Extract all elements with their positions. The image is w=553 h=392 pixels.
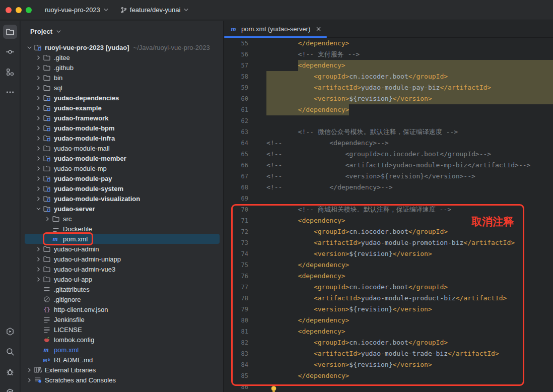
tree-item-yudao-module-bpm[interactable]: yudao-module-bpm (25, 123, 220, 133)
code-line-63[interactable]: 63<!-- 微信公众号模块。默认注释，保证编译速度 --> (224, 126, 553, 138)
tree-item-readme-md[interactable]: MREADME.md (25, 355, 220, 365)
chevron-collapsed-icon[interactable] (34, 245, 43, 253)
code-line-61[interactable]: 61</dependency> (224, 104, 553, 115)
project-tool-button[interactable] (3, 25, 17, 39)
chevron-collapsed-icon[interactable] (25, 376, 34, 384)
tree-item-scratches-and-consoles[interactable]: Scratches and Consoles (25, 375, 220, 385)
tree-item-yudao-ui-admin[interactable]: yudao-ui-admin (25, 244, 220, 254)
code-line-69[interactable]: 69 (224, 193, 553, 204)
chevron-collapsed-icon[interactable] (34, 84, 43, 92)
code-line-74[interactable]: 74<version>${revision}</version> (224, 248, 553, 259)
code-line-73[interactable]: 73<artifactId>yudao-module-promotion-biz… (224, 237, 553, 248)
code-line-62[interactable]: 62 (224, 115, 553, 126)
chevron-collapsed-icon[interactable] (34, 164, 43, 172)
code-line-57[interactable]: 57<dependency> (224, 60, 553, 71)
debug-tool-button[interactable] (3, 365, 17, 379)
code-line-58[interactable]: 58<groupId>cn.iocoder.boot</groupId> (224, 71, 553, 82)
tree-item-pom-xml[interactable]: mpom.xml (25, 345, 220, 355)
tree-item-gitattributes[interactable]: .gitattributes (25, 284, 220, 294)
tree-item-gitignore[interactable]: .gitignore (25, 294, 220, 304)
build-tool-button[interactable] (3, 385, 17, 392)
code-line-78[interactable]: 78<artifactId>yudao-module-product-biz</… (224, 293, 553, 304)
chevron-collapsed-icon[interactable] (34, 265, 43, 273)
chevron-collapsed-icon[interactable] (34, 94, 43, 102)
code-line-77[interactable]: 77<groupId>cn.iocoder.boot</groupId> (224, 282, 553, 293)
project-panel-header[interactable]: Project (21, 21, 223, 42)
code-line-83[interactable]: 83<artifactId>yudao-module-trade-biz</ar… (224, 348, 553, 359)
tree-item-jenkinsfile[interactable]: Jenkinsfile (25, 314, 220, 324)
commit-tool-button[interactable] (3, 45, 17, 59)
tree-item-external-libraries[interactable]: External Libraries (25, 365, 220, 375)
tree-item-yudao-module-member[interactable]: yudao-module-member (25, 153, 220, 163)
code-line-85[interactable]: 85</dependency> (224, 370, 553, 381)
tree-item-bin[interactable]: bin (25, 73, 220, 83)
minimize-window-button[interactable] (16, 7, 22, 13)
chevron-collapsed-icon[interactable] (34, 275, 43, 283)
chevron-collapsed-icon[interactable] (25, 366, 34, 374)
tree-item-pom-xml[interactable]: mpom.xml (25, 234, 220, 244)
tree-item-yudao-ui-admin-vue3[interactable]: yudao-ui-admin-vue3 (25, 264, 220, 274)
close-window-button[interactable] (6, 7, 12, 13)
chevron-collapsed-icon[interactable] (34, 124, 43, 132)
code-line-55[interactable]: 55</dependency> (224, 38, 553, 49)
tree-item-sql[interactable]: sql (25, 83, 220, 93)
tree-item-yudao-module-pay[interactable]: yudao-module-pay (25, 173, 220, 183)
code-line-56[interactable]: 56<!-- 支付服务 --> (224, 49, 553, 60)
code-line-66[interactable]: 66<!-- <artifactId>yudao-module-mp-biz</… (224, 160, 553, 171)
tree-item-yudao-server[interactable]: yudao-server (25, 204, 220, 214)
tree-item-yudao-ui-admin-uniapp[interactable]: yudao-ui-admin-uniapp (25, 254, 220, 264)
chevron-collapsed-icon[interactable] (34, 63, 43, 72)
code-line-68[interactable]: 68<!-- </dependency>--> (224, 182, 553, 193)
code-line-60[interactable]: 60<version>${revision}</version> (224, 93, 553, 104)
chevron-collapsed-icon[interactable] (34, 144, 43, 152)
code-line-84[interactable]: 84<version>${revision}</version> (224, 359, 553, 370)
chevron-collapsed-icon[interactable] (34, 154, 43, 162)
tree-item-github[interactable]: .github (25, 62, 220, 73)
tab-pom-xml[interactable]: m pom.xml (yudao-server) (224, 21, 327, 37)
tree-item-src[interactable]: src (25, 214, 220, 224)
tree-item-yudao-module-mp[interactable]: yudao-module-mp (25, 163, 220, 173)
more-tools-button[interactable] (3, 85, 17, 99)
code-line-64[interactable]: 64<!-- <dependency>--> (224, 138, 553, 149)
tree-item-yudao-example[interactable]: yudao-example (25, 103, 220, 113)
close-tab-icon[interactable] (315, 26, 322, 32)
structure-tool-button[interactable] (3, 65, 17, 79)
project-selector[interactable]: ruoyi-vue-pro-2023 (45, 6, 109, 14)
lightbulb-icon[interactable] (270, 385, 278, 392)
search-tool-button[interactable] (3, 345, 17, 359)
chevron-collapsed-icon[interactable] (34, 114, 43, 122)
code-line-59[interactable]: 59<artifactId>yudao-module-pay-biz</arti… (224, 82, 553, 93)
tree-item-dockerfile[interactable]: Dockerfile (25, 224, 220, 234)
chevron-collapsed-icon[interactable] (34, 134, 43, 142)
branch-selector[interactable]: feature/dev-yunai (120, 6, 189, 14)
tree-item-gitee[interactable]: .gitee (25, 52, 220, 62)
chevron-collapsed-icon[interactable] (34, 174, 43, 182)
chevron-collapsed-icon[interactable] (34, 104, 43, 112)
code-line-70[interactable]: 70<!-- 商城相关模块。默认注释，保证编译速度 --> (224, 204, 553, 215)
tree-item-yudao-module-mall[interactable]: yudao-module-mall (25, 143, 220, 153)
code-line-65[interactable]: 65<!-- <groupId>cn.iocoder.boot</groupId… (224, 149, 553, 160)
chevron-collapsed-icon[interactable] (34, 53, 43, 61)
code-line-67[interactable]: 67<!-- <version>${revision}</version>--> (224, 171, 553, 182)
chevron-collapsed-icon[interactable] (34, 184, 43, 192)
code-line-82[interactable]: 82<groupId>cn.iocoder.boot</groupId> (224, 337, 553, 348)
chevron-collapsed-icon[interactable] (34, 194, 43, 203)
run-tool-button[interactable] (3, 324, 17, 339)
code-line-76[interactable]: 76<dependency> (224, 271, 553, 282)
chevron-collapsed-icon[interactable] (34, 74, 43, 82)
tree-item-yudao-ui-app[interactable]: yudao-ui-app (25, 274, 220, 284)
chevron-collapsed-icon[interactable] (34, 255, 43, 263)
tree-item-yudao-module-visualization[interactable]: yudao-module-visualization (25, 193, 220, 204)
tree-item-license[interactable]: LICENSE (25, 324, 220, 335)
tree-item-yudao-module-infra[interactable]: yudao-module-infra (25, 133, 220, 143)
tree-item-yudao-framework[interactable]: yudao-framework (25, 113, 220, 123)
zoom-window-button[interactable] (26, 7, 32, 13)
code-line-75[interactable]: 75</dependency> (224, 259, 553, 271)
tree-item-lombok-config[interactable]: lombok.config (25, 335, 220, 345)
tree-item-yudao-module-system[interactable]: yudao-module-system (25, 183, 220, 193)
code-line-80[interactable]: 80</dependency> (224, 315, 553, 326)
tree-item-ruoyi-vue-pro-2023-yudao[interactable]: ruoyi-vue-pro-2023 [yudao]~/Java/ruoyi-v… (25, 42, 220, 52)
code-line-81[interactable]: 81<dependency> (224, 326, 553, 337)
tree-item-http-client-env-json[interactable]: {}http-client.env.json (25, 304, 220, 314)
chevron-expanded-icon[interactable] (25, 43, 34, 51)
